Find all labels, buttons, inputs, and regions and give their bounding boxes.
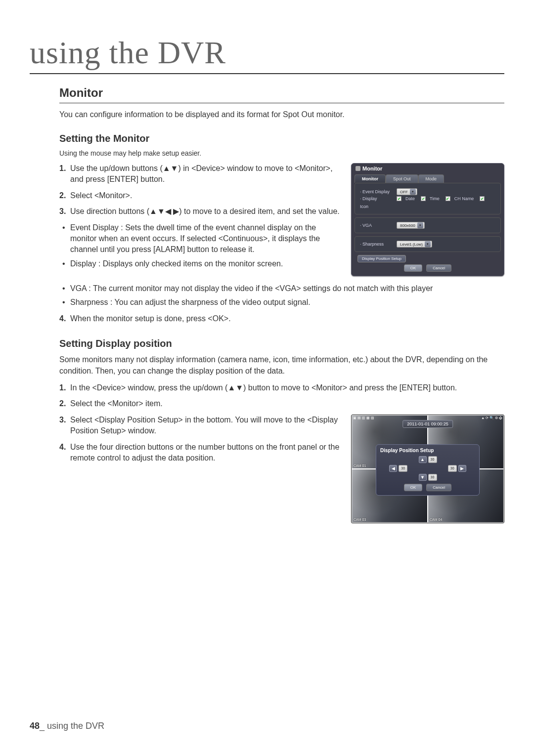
footer-label: using the DVR — [47, 721, 104, 731]
checkbox-time-label: Time — [430, 196, 440, 201]
step-1-text: Use the up/down buttons (▲▼) in <Device>… — [70, 164, 333, 183]
checkbox-chname-label: CH Name — [454, 196, 474, 201]
ok-button[interactable]: OK — [404, 264, 423, 272]
spinner-bottom-value: 30 — [428, 474, 437, 481]
cam-label-4: CAM 04 — [430, 518, 442, 521]
arrow-down-icon: ▼ — [419, 474, 427, 481]
arrow-left-icon: ◀ — [389, 465, 397, 472]
chevron-down-icon: ▾ — [410, 189, 416, 195]
checkbox-time[interactable]: ✔ — [421, 196, 426, 201]
section-title-monitor: Monitor — [59, 86, 504, 103]
cam-label-3: CAM 03 — [354, 518, 366, 521]
dp-step-2-text: Select the <Monitor> item. — [70, 399, 163, 408]
dp-step-4: 4.Use the four direction buttons or the … — [59, 442, 341, 464]
bullet-sharpness: Sharpness : You can adjust the sharpness… — [59, 297, 504, 308]
bullet-display: Display : Displays only checked items on… — [59, 258, 341, 269]
step-3-text: Use direction buttons (▲▼◀ ▶) to move to… — [70, 207, 340, 215]
figure-display-position-setup: CAM 01 CAM 03 CAM 04 ▣ ▤ ▥ ▦ ▧ ▲ ⟳ 🔍 ⚙ ⏻… — [351, 415, 504, 523]
spinner-top[interactable]: ▲ 30 — [419, 456, 437, 463]
page-number: 48 — [30, 721, 40, 731]
toolbar-left-icons: ▣ ▤ ▥ ▦ ▧ — [353, 416, 374, 420]
tab-monitor[interactable]: Monitor — [355, 174, 386, 183]
display-position-intro: Some monitors many not display informati… — [59, 354, 504, 377]
bullet-event-display: Event Display : Sets the dwell time of t… — [59, 222, 341, 255]
spinner-right[interactable]: 30 ▶ — [448, 465, 466, 472]
checkbox-date-label: Date — [405, 196, 415, 201]
checkbox-date[interactable]: ✔ — [397, 196, 401, 201]
label-sharpness: Sharpness — [360, 242, 394, 247]
step-4-text: When the monitor setup is done, press <O… — [70, 314, 231, 323]
dropdown-event-display[interactable]: OFF ▾ — [397, 188, 417, 195]
cam-label-1: CAM 01 — [354, 464, 366, 467]
checkbox-chname[interactable]: ✔ — [445, 196, 450, 201]
dp-step-4-text: Use the four direction buttons or the nu… — [70, 443, 339, 462]
datetime-label: 2011-01-01 09:00:25 — [402, 420, 453, 428]
dropdown-vga[interactable]: 800x600 ▾ — [397, 222, 425, 229]
window-title: Monitor — [362, 166, 382, 171]
dp-step-1-text: In the <Device> window, press the up/dow… — [70, 383, 457, 392]
section-intro: You can configure information to be disp… — [59, 110, 504, 119]
dialog-title: Display Position Setup — [380, 448, 475, 453]
dropdown-event-display-value: OFF — [400, 190, 408, 194]
dropdown-sharpness[interactable]: Level1 (Low) ▾ — [397, 241, 432, 248]
close-icon[interactable] — [356, 166, 360, 171]
dialog-display-position-setup: Display Position Setup ▲ 30 ◀ 30 — [376, 444, 480, 496]
checkbox-icon-label: Icon — [360, 204, 368, 209]
spinner-top-value: 30 — [428, 456, 437, 463]
arrow-up-icon: ▲ — [419, 456, 427, 463]
page-header: using the DVR — [30, 35, 504, 74]
note-mouse: Using the mouse may help make setup easi… — [59, 149, 504, 157]
subhead-setting-display-position: Setting Display position — [59, 338, 504, 349]
label-event-display: Event Display — [360, 189, 394, 194]
spinner-right-value: 30 — [448, 465, 457, 472]
spinner-left[interactable]: ◀ 30 — [389, 465, 407, 472]
chevron-down-icon: ▾ — [425, 241, 431, 247]
toolbar-right-icons: ▲ ⟳ 🔍 ⚙ ⏻ — [481, 416, 502, 420]
dp-step-1: 1.In the <Device> window, press the up/d… — [59, 382, 504, 393]
display-position-setup-button[interactable]: Display Position Setup — [357, 255, 406, 262]
figure-monitor-window: Monitor Monitor Spot Out Mode Event Disp… — [351, 163, 504, 276]
dp-step-2: 2.Select the <Monitor> item. — [59, 398, 504, 409]
ok-button[interactable]: OK — [404, 484, 423, 491]
step-1: 1.Use the up/down buttons (▲▼) in <Devic… — [59, 163, 341, 185]
tab-mode[interactable]: Mode — [418, 174, 445, 183]
arrow-right-icon: ▶ — [458, 465, 466, 472]
label-display: Display — [360, 196, 394, 201]
spinner-bottom[interactable]: ▼ 30 — [419, 474, 437, 481]
dropdown-sharpness-value: Level1 (Low) — [400, 242, 423, 247]
chevron-down-icon: ▾ — [417, 222, 423, 228]
spinner-left-value: 30 — [399, 465, 407, 472]
step-2: 2.Select <Monitor>. — [59, 190, 341, 201]
bullet-vga: VGA : The current monitor may not displa… — [59, 283, 504, 294]
page-footer: 48_ using the DVR — [30, 721, 104, 731]
cancel-button[interactable]: Cancel — [426, 264, 451, 272]
dropdown-vga-value: 800x600 — [400, 223, 415, 228]
step-3: 3.Use direction buttons (▲▼◀ ▶) to move … — [59, 206, 341, 217]
dp-step-3: 3.Select <Display Position Setup> in the… — [59, 415, 341, 437]
step-2-text: Select <Monitor>. — [70, 191, 132, 200]
cancel-button[interactable]: Cancel — [426, 484, 451, 491]
label-vga: VGA — [360, 223, 394, 228]
dp-step-3-text: Select <Display Position Setup> in the b… — [70, 416, 338, 435]
step-4: 4.When the monitor setup is done, press … — [59, 313, 504, 324]
subhead-setting-monitor: Setting the Monitor — [59, 133, 504, 144]
checkbox-icon[interactable]: ✔ — [480, 196, 485, 201]
tab-spot-out[interactable]: Spot Out — [386, 174, 418, 183]
